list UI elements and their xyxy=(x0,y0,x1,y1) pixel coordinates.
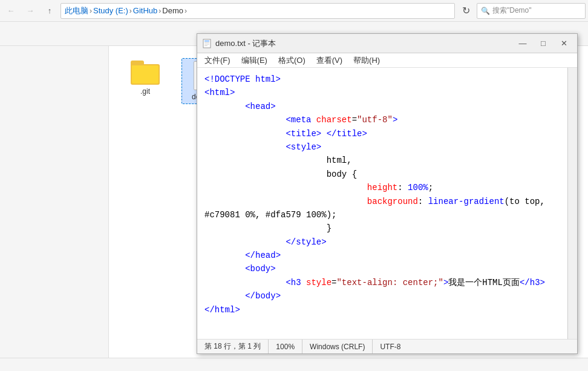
line-ending-text: Windows (CRLF) xyxy=(310,343,365,351)
notepad-titlebar: demo.txt - 记事本 — □ ✕ xyxy=(197,34,577,53)
breadcrumb-item-github[interactable]: GitHub xyxy=(133,6,157,15)
folder-icon xyxy=(131,61,160,85)
svg-rect-1 xyxy=(204,41,209,42)
svg-rect-3 xyxy=(204,44,209,44)
refresh-button[interactable]: ↻ xyxy=(457,2,474,19)
file-label-git: .git xyxy=(140,87,150,96)
code-editor[interactable]: <!DOCTYPE html> <html> <head> <meta char… xyxy=(197,68,567,339)
breadcrumb[interactable]: 此电脑 › Study (E:) › GitHub › Demo › xyxy=(60,3,455,19)
breadcrumb-item-demo[interactable]: Demo xyxy=(162,6,183,15)
notepad-menu: 文件(F) 编辑(E) 格式(O) 查看(V) 帮助(H) xyxy=(197,53,577,68)
notepad-title: demo.txt - 记事本 xyxy=(215,38,511,49)
encoding-text: UTF-8 xyxy=(380,343,400,351)
file-item-git[interactable]: .git xyxy=(121,58,169,98)
scrollbar-vertical[interactable] xyxy=(567,68,577,339)
close-button[interactable]: ✕ xyxy=(555,37,572,50)
maximize-button[interactable]: □ xyxy=(535,37,552,50)
breadcrumb-item-pc[interactable]: 此电脑 xyxy=(65,5,88,16)
menu-view[interactable]: 查看(V) xyxy=(312,54,347,67)
notepad-content: <!DOCTYPE html> <html> <head> <meta char… xyxy=(197,68,577,339)
menu-file[interactable]: 文件(F) xyxy=(200,54,235,67)
back-button[interactable]: ← xyxy=(2,2,19,19)
forward-button[interactable]: → xyxy=(22,2,39,19)
status-line-ending: Windows (CRLF) xyxy=(302,340,373,353)
zoom-text: 100% xyxy=(276,343,295,351)
menu-format[interactable]: 格式(O) xyxy=(273,54,310,67)
search-box[interactable]: 🔍 搜索"Demo" xyxy=(477,3,586,19)
menu-help[interactable]: 帮助(H) xyxy=(348,54,385,67)
status-zoom: 100% xyxy=(269,340,302,353)
search-placeholder: 搜索"Demo" xyxy=(492,5,532,16)
breadcrumb-item-study[interactable]: Study (E:) xyxy=(93,6,128,15)
notepad-window: demo.txt - 记事本 — □ ✕ 文件(F) 编辑(E) 格式(O) 查… xyxy=(197,33,578,354)
search-icon: 🔍 xyxy=(481,7,490,15)
menu-edit[interactable]: 编辑(E) xyxy=(237,54,272,67)
up-button[interactable]: ↑ xyxy=(41,2,58,19)
explorer-statusbar xyxy=(0,358,588,371)
svg-rect-2 xyxy=(204,42,209,43)
sidebar xyxy=(0,46,109,358)
notepad-app-icon xyxy=(202,39,212,48)
svg-rect-4 xyxy=(204,45,207,46)
notepad-statusbar: 第 18 行，第 1 列 100% Windows (CRLF) UTF-8 xyxy=(197,339,577,353)
address-bar: ← → ↑ 此电脑 › Study (E:) › GitHub › Demo ›… xyxy=(0,0,588,22)
position-text: 第 18 行，第 1 列 xyxy=(204,341,261,352)
status-encoding: UTF-8 xyxy=(373,340,408,353)
status-position: 第 18 行，第 1 列 xyxy=(197,340,269,353)
minimize-button[interactable]: — xyxy=(514,37,531,50)
